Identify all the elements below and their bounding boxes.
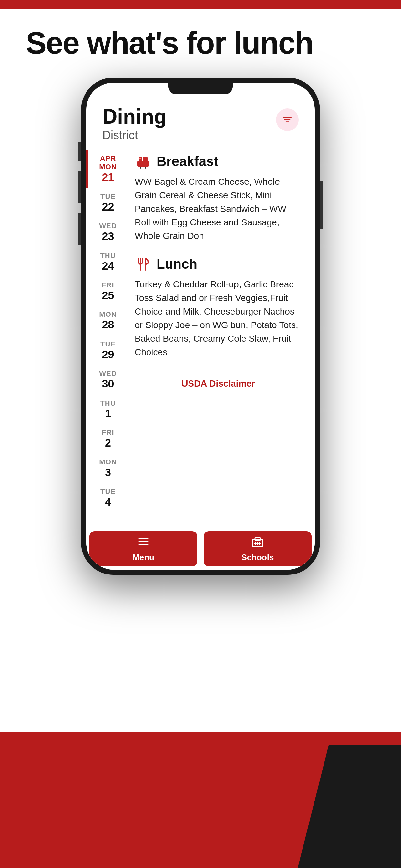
status-bar	[0, 0, 401, 9]
calendar-day-24[interactable]: THU24	[86, 247, 128, 276]
cal-dow: FRI	[102, 281, 114, 289]
filter-icon	[282, 115, 292, 125]
cal-date: 25	[102, 289, 114, 301]
meal-content: BreakfastWW Bagel & Cream Cheese, Whole …	[128, 150, 315, 524]
calendar-sidebar: AprMON21TUE22WED23THU24FRI25MON28TUE29WE…	[86, 150, 128, 524]
cal-date: 3	[105, 466, 111, 478]
cal-dow: THU	[100, 252, 116, 260]
nav-btn-label-schools: Schools	[241, 553, 274, 562]
phone-button-vol-up	[78, 171, 81, 204]
phone-button-vol-down	[78, 213, 81, 245]
cal-dow: TUE	[100, 340, 116, 348]
bottom-nav: Menu Schools	[86, 528, 315, 569]
filter-button[interactable]	[276, 108, 299, 131]
cal-dow: MON	[99, 310, 117, 319]
cal-date: 24	[102, 260, 114, 272]
phone-button-power	[320, 181, 323, 229]
nav-btn-label-menu: Menu	[132, 553, 154, 562]
app-title-block: Dining District	[102, 105, 166, 142]
calendar-day-2[interactable]: FRI2	[86, 424, 128, 454]
breakfast-icon	[135, 153, 151, 170]
cal-date: 1	[105, 407, 111, 420]
cal-date: 22	[102, 201, 114, 213]
calendar-day-1[interactable]: THU1	[86, 395, 128, 424]
calendar-day-4[interactable]: TUE4	[86, 483, 128, 513]
cal-dow: WED	[99, 222, 117, 230]
content-area: AprMON21TUE22WED23THU24FRI25MON28TUE29WE…	[86, 150, 315, 524]
nav-btn-menu[interactable]: Menu	[89, 531, 197, 566]
lunch-icon	[135, 256, 151, 273]
calendar-day-30[interactable]: WED30	[86, 365, 128, 394]
svg-rect-17	[255, 538, 260, 540]
app-subtitle: District	[102, 128, 166, 142]
page-headline: See what's for lunch	[26, 26, 313, 60]
phone-button-mute	[78, 142, 81, 161]
phone-screen: Dining District AprMON21TUE22WED23THU24F…	[86, 83, 315, 569]
menu-icon	[137, 535, 150, 551]
svg-rect-3	[137, 161, 149, 166]
cal-date: 2	[105, 437, 111, 449]
usda-disclaimer-link[interactable]: USDA Disclaimer	[135, 372, 302, 392]
app-title: Dining	[102, 105, 166, 128]
meal-description-breakfast: WW Bagel & Cream Cheese, Whole Grain Cer…	[135, 175, 302, 243]
cal-dow: Apr	[100, 154, 116, 163]
svg-rect-8	[139, 158, 142, 159]
calendar-day-21[interactable]: AprMON21	[86, 150, 128, 188]
cal-dow: TUE	[100, 192, 116, 201]
calendar-day-22[interactable]: TUE22	[86, 188, 128, 217]
meal-section-breakfast: BreakfastWW Bagel & Cream Cheese, Whole …	[135, 153, 302, 243]
meal-header-lunch: Lunch	[135, 256, 302, 273]
meal-name-lunch: Lunch	[157, 256, 197, 272]
cal-date: 4	[105, 496, 111, 508]
svg-rect-5	[143, 157, 148, 161]
cal-date: 21	[102, 171, 114, 183]
calendar-day-28[interactable]: MON28	[86, 306, 128, 335]
meal-section-lunch: LunchTurkey & Cheddar Roll-up, Garlic Br…	[135, 256, 302, 359]
cal-dow: MON	[99, 458, 117, 466]
meal-description-lunch: Turkey & Cheddar Roll-up, Garlic Bread T…	[135, 278, 302, 359]
calendar-day-29[interactable]: TUE29	[86, 336, 128, 365]
cal-date: 30	[102, 378, 114, 390]
meal-header-breakfast: Breakfast	[135, 153, 302, 170]
cal-dow: FRI	[102, 429, 114, 437]
calendar-day-25[interactable]: FRI25	[86, 276, 128, 306]
meal-name-breakfast: Breakfast	[157, 154, 218, 169]
phone-mockup: Dining District AprMON21TUE22WED23THU24F…	[81, 78, 320, 575]
cal-dow: TUE	[100, 488, 116, 496]
svg-rect-6	[140, 166, 141, 168]
phone-notch	[168, 83, 233, 94]
nav-btn-schools[interactable]: Schools	[204, 531, 312, 566]
calendar-day-3[interactable]: MON3	[86, 454, 128, 483]
svg-rect-7	[145, 166, 146, 168]
cal-date: 28	[102, 319, 114, 331]
calendar-day-23[interactable]: WED23	[86, 217, 128, 247]
cal-dow: THU	[100, 399, 116, 407]
schools-icon	[251, 535, 264, 551]
cal-date: 29	[102, 348, 114, 361]
cal-dow: WED	[99, 369, 117, 378]
cal-date: 23	[102, 230, 114, 242]
